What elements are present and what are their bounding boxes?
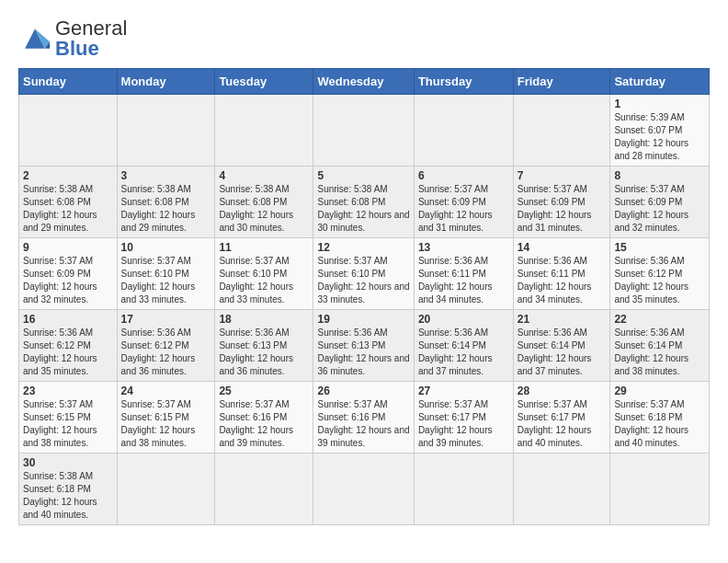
day-info: Sunrise: 5:37 AM Sunset: 6:10 PM Dayligh… [317, 255, 409, 306]
day-info: Sunrise: 5:37 AM Sunset: 6:18 PM Dayligh… [614, 398, 705, 450]
calendar-week-6: 30Sunrise: 5:38 AM Sunset: 6:18 PM Dayli… [19, 454, 710, 525]
logo-general: General [55, 18, 127, 39]
calendar-cell [117, 454, 215, 525]
calendar-cell: 15Sunrise: 5:36 AM Sunset: 6:12 PM Dayli… [610, 238, 710, 310]
calendar-cell: 28Sunrise: 5:37 AM Sunset: 6:17 PM Dayli… [513, 382, 610, 454]
day-info: Sunrise: 5:37 AM Sunset: 6:09 PM Dayligh… [614, 183, 705, 235]
calendar-cell: 24Sunrise: 5:37 AM Sunset: 6:15 PM Dayli… [117, 382, 215, 454]
day-info: Sunrise: 5:37 AM Sunset: 6:15 PM Dayligh… [121, 398, 211, 450]
weekday-header-tuesday: Tuesday [215, 69, 313, 95]
calendar-cell: 29Sunrise: 5:37 AM Sunset: 6:18 PM Dayli… [610, 382, 710, 454]
day-number: 5 [317, 169, 409, 182]
calendar-week-1: 1Sunrise: 5:39 AM Sunset: 6:07 PM Daylig… [19, 95, 710, 167]
day-info: Sunrise: 5:36 AM Sunset: 6:12 PM Dayligh… [23, 327, 113, 378]
day-number: 13 [418, 241, 509, 254]
calendar-cell: 12Sunrise: 5:37 AM Sunset: 6:10 PM Dayli… [313, 238, 414, 310]
calendar-cell: 22Sunrise: 5:36 AM Sunset: 6:14 PM Dayli… [610, 310, 710, 382]
day-info: Sunrise: 5:38 AM Sunset: 6:08 PM Dayligh… [317, 183, 409, 235]
day-number: 15 [614, 241, 705, 254]
calendar-cell: 7Sunrise: 5:37 AM Sunset: 6:09 PM Daylig… [513, 167, 610, 238]
calendar-cell: 5Sunrise: 5:38 AM Sunset: 6:08 PM Daylig… [313, 167, 414, 238]
day-info: Sunrise: 5:37 AM Sunset: 6:16 PM Dayligh… [219, 398, 309, 450]
calendar-cell: 10Sunrise: 5:37 AM Sunset: 6:10 PM Dayli… [117, 238, 215, 310]
day-number: 26 [317, 385, 409, 397]
calendar-cell: 23Sunrise: 5:37 AM Sunset: 6:15 PM Dayli… [19, 382, 118, 454]
calendar-cell: 25Sunrise: 5:37 AM Sunset: 6:16 PM Dayli… [215, 382, 313, 454]
calendar-cell [215, 95, 313, 167]
weekday-header-saturday: Saturday [610, 69, 710, 95]
calendar-cell [313, 95, 414, 167]
day-number: 11 [219, 241, 309, 254]
day-info: Sunrise: 5:38 AM Sunset: 6:08 PM Dayligh… [23, 183, 113, 235]
calendar-week-2: 2Sunrise: 5:38 AM Sunset: 6:08 PM Daylig… [19, 167, 710, 238]
day-info: Sunrise: 5:37 AM Sunset: 6:16 PM Dayligh… [317, 398, 409, 450]
logo-icon [18, 22, 51, 55]
calendar-cell: 1Sunrise: 5:39 AM Sunset: 6:07 PM Daylig… [610, 95, 710, 167]
day-info: Sunrise: 5:39 AM Sunset: 6:07 PM Dayligh… [614, 111, 705, 163]
day-number: 28 [518, 385, 607, 397]
calendar-week-4: 16Sunrise: 5:36 AM Sunset: 6:12 PM Dayli… [19, 310, 710, 382]
day-number: 16 [23, 313, 113, 326]
weekday-header-thursday: Thursday [414, 69, 513, 95]
day-info: Sunrise: 5:36 AM Sunset: 6:12 PM Dayligh… [614, 255, 705, 306]
day-number: 7 [518, 169, 607, 182]
day-info: Sunrise: 5:37 AM Sunset: 6:15 PM Dayligh… [23, 398, 113, 450]
weekday-header-sunday: Sunday [19, 69, 118, 95]
day-number: 21 [518, 313, 607, 326]
calendar-cell: 8Sunrise: 5:37 AM Sunset: 6:09 PM Daylig… [610, 167, 710, 238]
day-info: Sunrise: 5:36 AM Sunset: 6:11 PM Dayligh… [518, 255, 607, 306]
day-number: 9 [23, 241, 113, 254]
day-number: 17 [121, 313, 211, 326]
calendar-cell: 21Sunrise: 5:36 AM Sunset: 6:14 PM Dayli… [513, 310, 610, 382]
calendar-cell: 19Sunrise: 5:36 AM Sunset: 6:13 PM Dayli… [313, 310, 414, 382]
day-number: 14 [518, 241, 607, 254]
weekday-header-wednesday: Wednesday [313, 69, 414, 95]
calendar-cell: 26Sunrise: 5:37 AM Sunset: 6:16 PM Dayli… [313, 382, 414, 454]
logo-blue: Blue [55, 39, 127, 59]
day-info: Sunrise: 5:36 AM Sunset: 6:14 PM Dayligh… [518, 327, 607, 378]
calendar-cell: 16Sunrise: 5:36 AM Sunset: 6:12 PM Dayli… [19, 310, 118, 382]
calendar-cell [610, 454, 710, 525]
calendar-cell [513, 454, 610, 525]
calendar-cell [414, 95, 513, 167]
logo-text: General Blue [55, 18, 127, 59]
day-number: 27 [418, 385, 509, 397]
day-number: 30 [23, 456, 113, 469]
day-number: 19 [317, 313, 409, 326]
calendar-cell: 18Sunrise: 5:36 AM Sunset: 6:13 PM Dayli… [215, 310, 313, 382]
day-number: 29 [614, 385, 705, 397]
day-number: 8 [614, 169, 705, 182]
day-info: Sunrise: 5:36 AM Sunset: 6:14 PM Dayligh… [418, 327, 509, 378]
calendar-table: SundayMondayTuesdayWednesdayThursdayFrid… [18, 68, 710, 525]
day-number: 12 [317, 241, 409, 254]
day-info: Sunrise: 5:36 AM Sunset: 6:13 PM Dayligh… [317, 327, 409, 378]
calendar-cell: 27Sunrise: 5:37 AM Sunset: 6:17 PM Dayli… [414, 382, 513, 454]
day-info: Sunrise: 5:38 AM Sunset: 6:08 PM Dayligh… [121, 183, 211, 235]
day-number: 25 [219, 385, 309, 397]
day-info: Sunrise: 5:38 AM Sunset: 6:08 PM Dayligh… [219, 183, 309, 235]
calendar-page: General Blue SundayMondayTuesdayWednesda… [0, 0, 728, 534]
day-number: 22 [614, 313, 705, 326]
calendar-cell [117, 95, 215, 167]
day-info: Sunrise: 5:36 AM Sunset: 6:14 PM Dayligh… [614, 327, 705, 378]
calendar-cell: 13Sunrise: 5:36 AM Sunset: 6:11 PM Dayli… [414, 238, 513, 310]
calendar-cell: 20Sunrise: 5:36 AM Sunset: 6:14 PM Dayli… [414, 310, 513, 382]
day-number: 24 [121, 385, 211, 397]
calendar-cell [513, 95, 610, 167]
weekday-header-row: SundayMondayTuesdayWednesdayThursdayFrid… [19, 69, 710, 95]
day-info: Sunrise: 5:36 AM Sunset: 6:11 PM Dayligh… [418, 255, 509, 306]
day-info: Sunrise: 5:38 AM Sunset: 6:18 PM Dayligh… [23, 470, 113, 522]
calendar-cell [414, 454, 513, 525]
day-info: Sunrise: 5:37 AM Sunset: 6:10 PM Dayligh… [219, 255, 309, 306]
calendar-cell: 11Sunrise: 5:37 AM Sunset: 6:10 PM Dayli… [215, 238, 313, 310]
day-number: 4 [219, 169, 309, 182]
calendar-cell: 3Sunrise: 5:38 AM Sunset: 6:08 PM Daylig… [117, 167, 215, 238]
day-info: Sunrise: 5:37 AM Sunset: 6:09 PM Dayligh… [418, 183, 509, 235]
day-info: Sunrise: 5:37 AM Sunset: 6:10 PM Dayligh… [121, 255, 211, 306]
calendar-week-5: 23Sunrise: 5:37 AM Sunset: 6:15 PM Dayli… [19, 382, 710, 454]
calendar-cell [19, 95, 118, 167]
calendar-cell: 4Sunrise: 5:38 AM Sunset: 6:08 PM Daylig… [215, 167, 313, 238]
calendar-cell [215, 454, 313, 525]
day-info: Sunrise: 5:36 AM Sunset: 6:13 PM Dayligh… [219, 327, 309, 378]
calendar-cell [313, 454, 414, 525]
